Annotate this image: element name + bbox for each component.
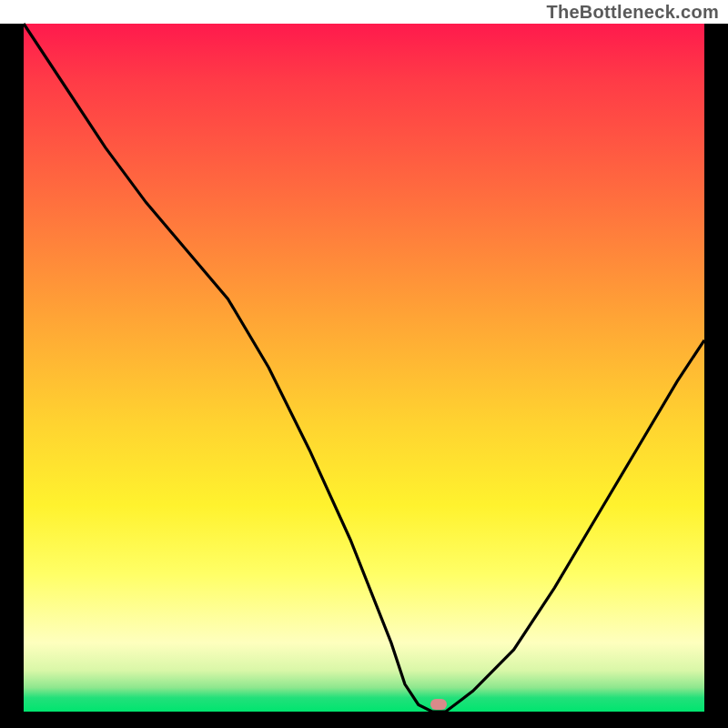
plot-area [24, 24, 704, 712]
header-strip: TheBottleneck.com [0, 0, 728, 24]
bottleneck-curve [24, 24, 704, 712]
curve-path [24, 24, 704, 712]
chart-frame: TheBottleneck.com [0, 0, 728, 728]
attribution-label: TheBottleneck.com [546, 2, 719, 23]
optimal-marker [430, 699, 447, 710]
